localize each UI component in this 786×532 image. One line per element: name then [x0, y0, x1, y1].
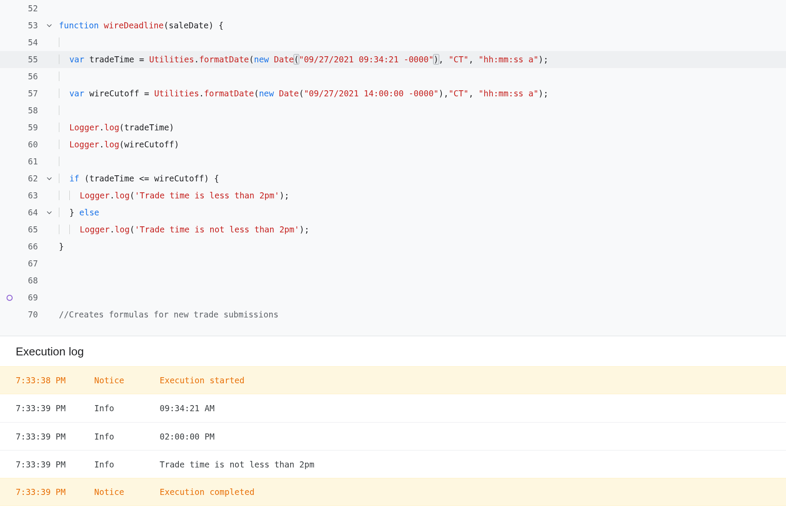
log-level: Info	[94, 460, 160, 469]
log-time: 7:33:39 PM	[16, 460, 94, 469]
line-number: 70	[0, 306, 41, 323]
line-number: 67	[0, 255, 41, 272]
code-line[interactable]: 69	[0, 289, 786, 306]
code-line-active[interactable]: 55 var tradeTime = Utilities.formatDate(…	[0, 51, 786, 68]
identifier: Date	[274, 55, 294, 64]
identifier: Logger	[69, 123, 99, 132]
keyword: var	[69, 89, 84, 98]
string: "hh:mm:ss a"	[478, 89, 538, 98]
string: "CT"	[448, 55, 468, 64]
log-time: 7:33:39 PM	[16, 487, 94, 497]
identifier: Utilities	[149, 55, 194, 64]
identifier: log	[115, 191, 130, 200]
keyword: new	[259, 89, 274, 98]
log-row: 7:33:39 PM Info 02:00:00 PM	[0, 422, 786, 450]
fold-icon[interactable]	[43, 204, 52, 221]
identifier: log	[104, 140, 119, 149]
line-number: 62	[0, 170, 41, 187]
line-number: 69	[0, 289, 41, 306]
identifier: wireDeadline	[104, 20, 164, 30]
line-number: 61	[0, 153, 41, 170]
line-number: 55	[0, 51, 41, 68]
log-level: Notice	[94, 487, 160, 497]
line-number: 57	[0, 85, 41, 102]
log-time: 7:33:39 PM	[16, 432, 94, 441]
line-number: 64	[0, 204, 41, 221]
log-level: Info	[94, 432, 160, 441]
fold-icon[interactable]	[43, 17, 52, 34]
code-line[interactable]: 59 Logger.log(tradeTime)	[0, 119, 786, 136]
keyword: var	[69, 55, 84, 64]
identifier: formatDate	[204, 89, 254, 98]
identifier: Date	[279, 89, 299, 98]
code-line[interactable]: 64 } else	[0, 204, 786, 221]
keyword: else	[79, 208, 99, 217]
execution-log-title: Execution log	[0, 336, 786, 366]
line-number: 58	[0, 102, 41, 119]
code-line[interactable]: 65 Logger.log('Trade time is not less th…	[0, 221, 786, 238]
identifier: log	[115, 225, 130, 234]
code-line[interactable]: 56	[0, 68, 786, 85]
identifier: Logger	[69, 140, 99, 149]
code-line[interactable]: 63 Logger.log('Trade time is less than 2…	[0, 187, 786, 204]
identifier: formatDate	[199, 55, 249, 64]
keyword: if	[69, 174, 79, 183]
code-line[interactable]: 62 if (tradeTime <= wireCutoff) {	[0, 170, 786, 187]
line-number: 65	[0, 221, 41, 238]
fold-icon[interactable]	[43, 170, 52, 187]
log-message: 09:34:21 AM	[160, 403, 770, 413]
code-editor[interactable]: 52 53 function wireDeadline(saleDate) { …	[0, 0, 786, 336]
identifier: tradeTime	[124, 123, 169, 132]
log-level: Info	[94, 403, 160, 413]
log-row: 7:33:38 PM Notice Execution started	[0, 366, 786, 394]
code-line[interactable]: 53 function wireDeadline(saleDate) {	[0, 17, 786, 34]
line-number: 59	[0, 119, 41, 136]
line-number: 53	[0, 17, 41, 34]
line-number: 66	[0, 238, 41, 255]
code-line[interactable]: 52	[0, 0, 786, 17]
string: "CT"	[448, 89, 468, 98]
string: "09/27/2021 14:00:00 -0000"	[304, 89, 439, 98]
line-number: 63	[0, 187, 41, 204]
line-number: 52	[0, 0, 41, 17]
code-line[interactable]: 66 }	[0, 238, 786, 255]
code-line[interactable]: 57 var wireCutoff = Utilities.formatDate…	[0, 85, 786, 102]
keyword: new	[254, 55, 269, 64]
code-line[interactable]: 67	[0, 255, 786, 272]
identifier: saleDate	[169, 20, 209, 30]
log-message: Execution started	[160, 375, 770, 385]
identifier: wireCutoff	[89, 89, 139, 98]
log-message: Trade time is not less than 2pm	[160, 460, 770, 469]
code-text: (tradeTime <= wireCutoff) {	[84, 174, 219, 183]
code-line[interactable]: 54	[0, 34, 786, 51]
identifier: log	[104, 123, 119, 132]
identifier: Logger	[80, 225, 110, 234]
string: "hh:mm:ss a"	[478, 55, 538, 64]
line-number: 54	[0, 34, 41, 51]
log-time: 7:33:38 PM	[16, 375, 94, 385]
comment: //Creates formulas for new trade submiss…	[59, 310, 278, 319]
execution-log-panel: Execution log 7:33:38 PM Notice Executio…	[0, 336, 786, 506]
log-level: Notice	[94, 375, 160, 385]
log-message: Execution completed	[160, 487, 770, 497]
keyword: function	[59, 20, 99, 30]
log-time: 7:33:39 PM	[16, 403, 94, 413]
log-message: 02:00:00 PM	[160, 432, 770, 441]
code-line[interactable]: 68	[0, 272, 786, 289]
log-row: 7:33:39 PM Info 09:34:21 AM	[0, 394, 786, 422]
string: 'Trade time is not less than 2pm'	[135, 225, 300, 234]
code-line[interactable]: 61	[0, 153, 786, 170]
code-line[interactable]: 58	[0, 102, 786, 119]
string: 'Trade time is less than 2pm'	[135, 191, 280, 200]
log-row: 7:33:39 PM Notice Execution completed	[0, 478, 786, 506]
code-line[interactable]: 60 Logger.log(wireCutoff)	[0, 136, 786, 153]
string: "09/27/2021 09:34:21 -0000"	[299, 55, 434, 64]
log-row: 7:33:39 PM Info Trade time is not less t…	[0, 450, 786, 478]
identifier: wireCutoff	[124, 140, 174, 149]
identifier: Utilities	[154, 89, 199, 98]
line-number: 60	[0, 136, 41, 153]
line-number: 56	[0, 68, 41, 85]
line-number: 68	[0, 272, 41, 289]
identifier: Logger	[80, 191, 110, 200]
code-line[interactable]: 70 //Creates formulas for new trade subm…	[0, 306, 786, 323]
